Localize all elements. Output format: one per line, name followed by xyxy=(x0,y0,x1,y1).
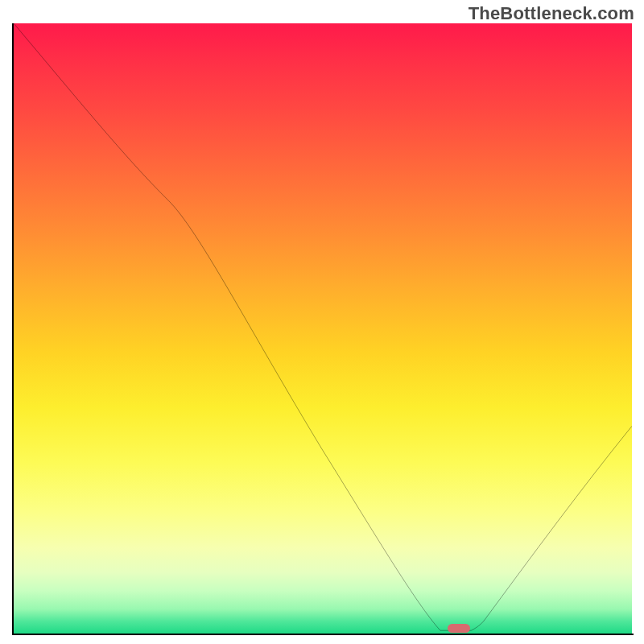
optimum-marker xyxy=(448,624,470,633)
plot-area xyxy=(14,23,632,634)
x-axis xyxy=(12,634,634,635)
curve-layer xyxy=(14,23,632,634)
bottleneck-curve xyxy=(14,23,632,630)
chart-stage: TheBottleneck.com xyxy=(0,0,644,644)
watermark-text: TheBottleneck.com xyxy=(469,3,634,24)
